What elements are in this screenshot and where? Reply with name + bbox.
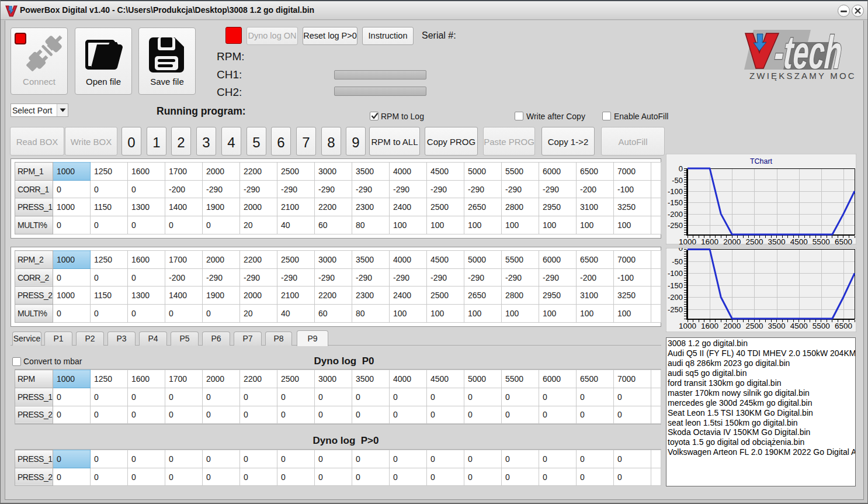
svg-text:-250: -250: [668, 221, 683, 230]
svg-text:2500: 2500: [745, 237, 763, 244]
svg-text:-50: -50: [672, 176, 683, 185]
svg-text:5500: 5500: [813, 237, 830, 244]
svg-text:3500: 3500: [768, 322, 785, 330]
svg-text:0: 0: [679, 164, 683, 173]
svg-text:4500: 4500: [790, 237, 808, 244]
svg-text:-200: -200: [668, 210, 683, 219]
svg-text:2000: 2000: [723, 322, 741, 330]
svg-text:5500: 5500: [813, 322, 830, 330]
svg-text:2000: 2000: [723, 237, 741, 244]
svg-text:3500: 3500: [768, 237, 785, 244]
svg-text:1000: 1000: [679, 322, 696, 330]
svg-text:2500: 2500: [745, 322, 763, 330]
svg-text:-150: -150: [668, 281, 683, 290]
svg-text:1000: 1000: [679, 237, 696, 244]
svg-text:-150: -150: [668, 198, 683, 207]
svg-text:TChart: TChart: [750, 157, 773, 165]
svg-text:1600: 1600: [701, 237, 718, 244]
svg-text:ZWIĘKSZAMY MOC: ZWIĘKSZAMY MOC: [749, 71, 856, 81]
svg-text:0: 0: [679, 248, 683, 253]
svg-text:-200: -200: [668, 293, 683, 302]
svg-text:6500: 6500: [835, 322, 852, 330]
svg-text:6500: 6500: [835, 237, 852, 244]
svg-text:4500: 4500: [790, 322, 808, 330]
svg-text:-100: -100: [668, 269, 683, 278]
svg-text:-50: -50: [672, 257, 683, 266]
svg-text:1600: 1600: [701, 322, 718, 330]
svg-text:-250: -250: [668, 305, 683, 314]
svg-text:-100: -100: [668, 187, 683, 196]
